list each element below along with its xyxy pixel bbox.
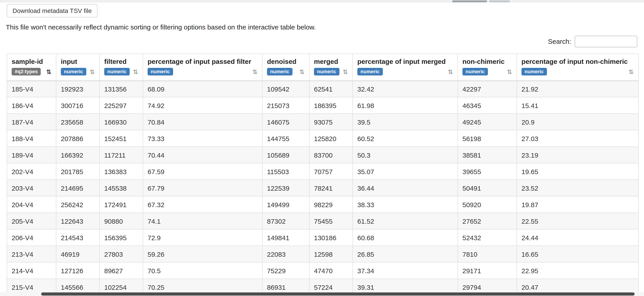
sort-icon[interactable]: ⇅ <box>133 68 138 75</box>
sort-icon[interactable]: ⇅ <box>46 68 52 75</box>
table-cell: 22.55 <box>517 213 638 229</box>
table-cell: 36.44 <box>353 180 458 196</box>
sort-icon[interactable]: ⇅ <box>343 68 348 75</box>
table-cell: 70.5 <box>143 262 262 279</box>
table-cell: 256242 <box>56 196 100 213</box>
table-cell: 87302 <box>262 213 309 229</box>
table-cell: 203-V4 <box>7 180 56 196</box>
table-cell: 146075 <box>262 114 309 130</box>
table-cell: 192923 <box>56 81 100 97</box>
search-row: Search: <box>7 35 637 47</box>
table-cell: 70.44 <box>143 147 262 163</box>
table-cell: 23.19 <box>517 147 638 163</box>
table-cell: 29171 <box>458 262 517 279</box>
table-cell: 72.9 <box>143 229 262 246</box>
search-input[interactable] <box>575 35 637 47</box>
top-scrollbar-track[interactable] <box>0 0 644 3</box>
column-meta: numeric⇅ <box>267 68 304 75</box>
table-cell: 46919 <box>56 246 100 262</box>
table-cell: 122539 <box>262 180 309 196</box>
column-header-input[interactable]: inputnumeric⇅ <box>56 54 100 81</box>
table-cell: 38581 <box>458 147 517 163</box>
table-cell: 144755 <box>262 130 309 147</box>
column-header-denoised[interactable]: denoisednumeric⇅ <box>262 54 309 81</box>
column-type-badge: numeric <box>522 68 547 75</box>
download-tsv-button[interactable]: Download metadata TSV file <box>7 4 98 17</box>
table-cell: 185-V4 <box>7 81 56 97</box>
table-cell: 214-V4 <box>7 262 56 279</box>
table-cell: 187-V4 <box>7 114 56 130</box>
column-title: percentage of input passed filter <box>148 58 258 65</box>
table-cell: 125820 <box>309 130 353 147</box>
sort-icon[interactable]: ⇅ <box>300 68 304 75</box>
table-row: 203-V421469514553867.791225397824136.445… <box>7 180 638 196</box>
table-cell: 47470 <box>309 262 353 279</box>
denoising-stats-table: sample-id#q2:types⇅inputnumeric⇅filtered… <box>7 54 639 296</box>
horizontal-scrollbar-track[interactable] <box>0 292 644 296</box>
table-cell: 172491 <box>100 196 143 213</box>
column-meta: #q2:types⇅ <box>12 68 52 75</box>
table-cell: 23.52 <box>517 180 638 196</box>
table-cell: 52432 <box>458 229 517 246</box>
table-body: 185-V419292313135668.091095426254132.424… <box>7 81 638 296</box>
table-row: 214-V41271268962770.5752294747037.342917… <box>7 262 638 279</box>
table-cell: 39.5 <box>353 114 458 130</box>
table-cell: 149499 <box>262 196 309 213</box>
table-cell: 90880 <box>100 213 143 229</box>
column-title: percentage of input merged <box>357 58 453 65</box>
column-header-sample-id[interactable]: sample-id#q2:types⇅ <box>7 54 56 81</box>
sort-icon[interactable]: ⇅ <box>507 68 512 75</box>
table-cell: 27.03 <box>517 130 638 147</box>
table-row: 202-V420178513638367.591155037075735.073… <box>7 163 638 180</box>
table-cell: 93075 <box>309 114 353 130</box>
table-cell: 46345 <box>458 97 517 114</box>
table-cell: 300716 <box>56 97 100 114</box>
column-header-percentage-of-input-non-chimeric[interactable]: percentage of input non-chimericnumeric⇅ <box>517 54 638 81</box>
top-scrollbar-thumb-secondary[interactable] <box>489 0 510 2</box>
column-header-percentage-of-input-passed-filter[interactable]: percentage of input passed filternumeric… <box>143 54 262 81</box>
column-type-badge: numeric <box>357 68 383 75</box>
table-cell: 22.95 <box>517 262 638 279</box>
column-header-percentage-of-input-merged[interactable]: percentage of input mergednumeric⇅ <box>353 54 458 81</box>
table-row: 187-V423565816693070.841460759307539.549… <box>7 114 638 130</box>
sort-icon[interactable]: ⇅ <box>448 68 453 75</box>
table-cell: 215073 <box>262 97 309 114</box>
sort-icon[interactable]: ⇅ <box>252 68 258 75</box>
column-meta: numeric⇅ <box>357 68 453 75</box>
table-cell: 37.34 <box>353 262 458 279</box>
table-cell: 59.26 <box>143 246 262 262</box>
table-cell: 78241 <box>309 180 353 196</box>
table-cell: 67.59 <box>143 163 262 180</box>
table-cell: 75455 <box>309 213 353 229</box>
column-header-non-chimeric[interactable]: non-chimericnumeric⇅ <box>458 54 517 81</box>
column-title: merged <box>314 58 348 65</box>
top-scrollbar-thumb[interactable] <box>452 0 487 2</box>
column-meta: numeric⇅ <box>104 68 138 75</box>
table-cell: 205-V4 <box>7 213 56 229</box>
table-cell: 213-V4 <box>7 246 56 262</box>
table-cell: 20.9 <box>517 114 638 130</box>
table-cell: 73.33 <box>143 130 262 147</box>
column-header-merged[interactable]: mergednumeric⇅ <box>309 54 353 81</box>
table-cell: 21.92 <box>517 81 638 97</box>
column-type-badge: numeric <box>104 68 130 75</box>
column-title: filtered <box>104 58 138 65</box>
column-type-badge: numeric <box>462 68 488 75</box>
table-cell: 186395 <box>309 97 353 114</box>
table-cell: 32.42 <box>353 81 458 97</box>
table-cell: 156395 <box>100 229 143 246</box>
column-header-filtered[interactable]: filterednumeric⇅ <box>100 54 143 81</box>
sort-icon[interactable]: ⇅ <box>628 68 634 75</box>
column-title: non-chimeric <box>462 58 512 65</box>
table-header: sample-id#q2:types⇅inputnumeric⇅filtered… <box>7 54 638 81</box>
table-cell: 39655 <box>458 163 517 180</box>
column-title: sample-id <box>12 58 52 65</box>
horizontal-scrollbar-thumb[interactable] <box>41 293 634 296</box>
column-type-badge: numeric <box>314 68 340 75</box>
sort-icon[interactable]: ⇅ <box>90 68 95 75</box>
table-cell: 109542 <box>262 81 309 97</box>
search-label: Search: <box>548 37 571 45</box>
table-cell: 50.3 <box>353 147 458 163</box>
table-cell: 152451 <box>100 130 143 147</box>
table-cell: 127126 <box>56 262 100 279</box>
